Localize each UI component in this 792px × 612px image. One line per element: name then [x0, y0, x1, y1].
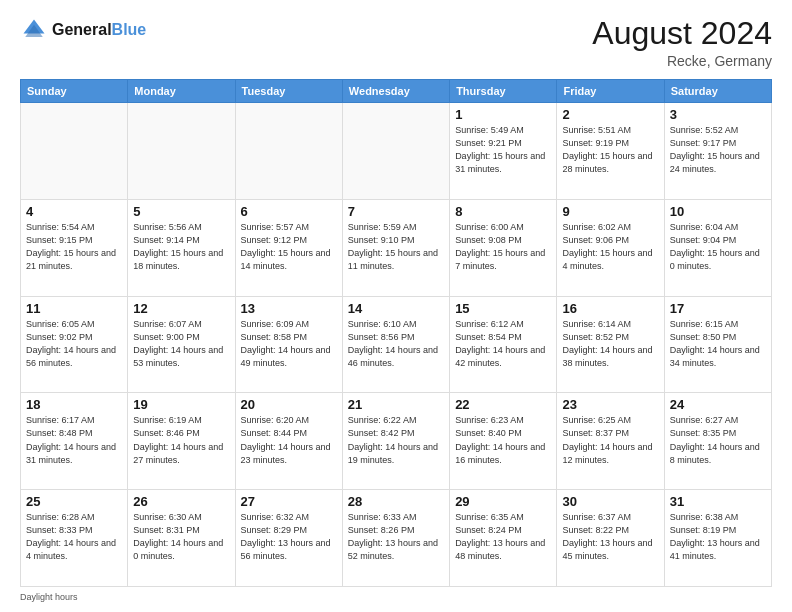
day-info: Sunrise: 6:00 AM Sunset: 9:08 PM Dayligh…: [455, 221, 551, 273]
day-info: Sunrise: 6:15 AM Sunset: 8:50 PM Dayligh…: [670, 318, 766, 370]
day-info: Sunrise: 6:35 AM Sunset: 8:24 PM Dayligh…: [455, 511, 551, 563]
col-monday: Monday: [128, 80, 235, 103]
logo-text: GeneralBlue: [52, 21, 146, 39]
day-info: Sunrise: 5:52 AM Sunset: 9:17 PM Dayligh…: [670, 124, 766, 176]
logo-icon: [20, 16, 48, 44]
day-number: 27: [241, 494, 337, 509]
day-info: Sunrise: 6:28 AM Sunset: 8:33 PM Dayligh…: [26, 511, 122, 563]
footer-text: Daylight hours: [20, 592, 78, 602]
day-number: 3: [670, 107, 766, 122]
day-number: 4: [26, 204, 122, 219]
header: GeneralBlue August 2024 Recke, Germany: [20, 16, 772, 69]
day-info: Sunrise: 6:02 AM Sunset: 9:06 PM Dayligh…: [562, 221, 658, 273]
day-info: Sunrise: 6:09 AM Sunset: 8:58 PM Dayligh…: [241, 318, 337, 370]
day-info: Sunrise: 5:49 AM Sunset: 9:21 PM Dayligh…: [455, 124, 551, 176]
day-info: Sunrise: 6:10 AM Sunset: 8:56 PM Dayligh…: [348, 318, 444, 370]
calendar-cell: 27Sunrise: 6:32 AM Sunset: 8:29 PM Dayli…: [235, 490, 342, 587]
day-number: 25: [26, 494, 122, 509]
day-number: 31: [670, 494, 766, 509]
col-thursday: Thursday: [450, 80, 557, 103]
calendar-cell: 8Sunrise: 6:00 AM Sunset: 9:08 PM Daylig…: [450, 199, 557, 296]
calendar-cell: 9Sunrise: 6:02 AM Sunset: 9:06 PM Daylig…: [557, 199, 664, 296]
day-number: 7: [348, 204, 444, 219]
day-number: 14: [348, 301, 444, 316]
day-number: 2: [562, 107, 658, 122]
day-number: 28: [348, 494, 444, 509]
footer: Daylight hours: [20, 592, 772, 602]
calendar-cell: 12Sunrise: 6:07 AM Sunset: 9:00 PM Dayli…: [128, 296, 235, 393]
month-title: August 2024: [592, 16, 772, 51]
calendar-cell: 1Sunrise: 5:49 AM Sunset: 9:21 PM Daylig…: [450, 103, 557, 200]
calendar-cell: 10Sunrise: 6:04 AM Sunset: 9:04 PM Dayli…: [664, 199, 771, 296]
day-info: Sunrise: 6:30 AM Sunset: 8:31 PM Dayligh…: [133, 511, 229, 563]
day-info: Sunrise: 6:22 AM Sunset: 8:42 PM Dayligh…: [348, 414, 444, 466]
day-info: Sunrise: 6:20 AM Sunset: 8:44 PM Dayligh…: [241, 414, 337, 466]
day-info: Sunrise: 5:59 AM Sunset: 9:10 PM Dayligh…: [348, 221, 444, 273]
day-number: 9: [562, 204, 658, 219]
day-number: 12: [133, 301, 229, 316]
calendar-week-3: 11Sunrise: 6:05 AM Sunset: 9:02 PM Dayli…: [21, 296, 772, 393]
calendar-week-1: 1Sunrise: 5:49 AM Sunset: 9:21 PM Daylig…: [21, 103, 772, 200]
calendar-week-4: 18Sunrise: 6:17 AM Sunset: 8:48 PM Dayli…: [21, 393, 772, 490]
calendar-cell: [128, 103, 235, 200]
day-info: Sunrise: 6:07 AM Sunset: 9:00 PM Dayligh…: [133, 318, 229, 370]
calendar-cell: 6Sunrise: 5:57 AM Sunset: 9:12 PM Daylig…: [235, 199, 342, 296]
calendar-cell: 19Sunrise: 6:19 AM Sunset: 8:46 PM Dayli…: [128, 393, 235, 490]
day-number: 19: [133, 397, 229, 412]
day-info: Sunrise: 6:33 AM Sunset: 8:26 PM Dayligh…: [348, 511, 444, 563]
day-number: 17: [670, 301, 766, 316]
day-number: 20: [241, 397, 337, 412]
col-friday: Friday: [557, 80, 664, 103]
calendar-table: Sunday Monday Tuesday Wednesday Thursday…: [20, 79, 772, 587]
day-number: 30: [562, 494, 658, 509]
day-info: Sunrise: 6:25 AM Sunset: 8:37 PM Dayligh…: [562, 414, 658, 466]
calendar-cell: 16Sunrise: 6:14 AM Sunset: 8:52 PM Dayli…: [557, 296, 664, 393]
day-info: Sunrise: 5:57 AM Sunset: 9:12 PM Dayligh…: [241, 221, 337, 273]
calendar-cell: 31Sunrise: 6:38 AM Sunset: 8:19 PM Dayli…: [664, 490, 771, 587]
day-info: Sunrise: 5:51 AM Sunset: 9:19 PM Dayligh…: [562, 124, 658, 176]
day-number: 15: [455, 301, 551, 316]
calendar-cell: 14Sunrise: 6:10 AM Sunset: 8:56 PM Dayli…: [342, 296, 449, 393]
title-block: August 2024 Recke, Germany: [592, 16, 772, 69]
day-info: Sunrise: 6:32 AM Sunset: 8:29 PM Dayligh…: [241, 511, 337, 563]
calendar-cell: 13Sunrise: 6:09 AM Sunset: 8:58 PM Dayli…: [235, 296, 342, 393]
day-number: 6: [241, 204, 337, 219]
day-info: Sunrise: 6:04 AM Sunset: 9:04 PM Dayligh…: [670, 221, 766, 273]
day-number: 23: [562, 397, 658, 412]
calendar-cell: 20Sunrise: 6:20 AM Sunset: 8:44 PM Dayli…: [235, 393, 342, 490]
day-number: 29: [455, 494, 551, 509]
calendar-cell: 26Sunrise: 6:30 AM Sunset: 8:31 PM Dayli…: [128, 490, 235, 587]
day-number: 21: [348, 397, 444, 412]
calendar-cell: [235, 103, 342, 200]
calendar-cell: 18Sunrise: 6:17 AM Sunset: 8:48 PM Dayli…: [21, 393, 128, 490]
day-info: Sunrise: 6:38 AM Sunset: 8:19 PM Dayligh…: [670, 511, 766, 563]
calendar-cell: 24Sunrise: 6:27 AM Sunset: 8:35 PM Dayli…: [664, 393, 771, 490]
calendar-cell: 2Sunrise: 5:51 AM Sunset: 9:19 PM Daylig…: [557, 103, 664, 200]
day-info: Sunrise: 5:54 AM Sunset: 9:15 PM Dayligh…: [26, 221, 122, 273]
calendar-cell: 23Sunrise: 6:25 AM Sunset: 8:37 PM Dayli…: [557, 393, 664, 490]
day-number: 5: [133, 204, 229, 219]
day-number: 8: [455, 204, 551, 219]
day-number: 10: [670, 204, 766, 219]
calendar-cell: 15Sunrise: 6:12 AM Sunset: 8:54 PM Dayli…: [450, 296, 557, 393]
day-info: Sunrise: 6:14 AM Sunset: 8:52 PM Dayligh…: [562, 318, 658, 370]
location: Recke, Germany: [592, 53, 772, 69]
logo: GeneralBlue: [20, 16, 146, 44]
calendar-cell: 25Sunrise: 6:28 AM Sunset: 8:33 PM Dayli…: [21, 490, 128, 587]
day-info: Sunrise: 6:27 AM Sunset: 8:35 PM Dayligh…: [670, 414, 766, 466]
day-info: Sunrise: 6:12 AM Sunset: 8:54 PM Dayligh…: [455, 318, 551, 370]
col-wednesday: Wednesday: [342, 80, 449, 103]
calendar-cell: 7Sunrise: 5:59 AM Sunset: 9:10 PM Daylig…: [342, 199, 449, 296]
col-sunday: Sunday: [21, 80, 128, 103]
calendar-cell: 17Sunrise: 6:15 AM Sunset: 8:50 PM Dayli…: [664, 296, 771, 393]
col-tuesday: Tuesday: [235, 80, 342, 103]
calendar-cell: 30Sunrise: 6:37 AM Sunset: 8:22 PM Dayli…: [557, 490, 664, 587]
day-number: 1: [455, 107, 551, 122]
calendar-cell: [21, 103, 128, 200]
day-info: Sunrise: 6:19 AM Sunset: 8:46 PM Dayligh…: [133, 414, 229, 466]
calendar-cell: 4Sunrise: 5:54 AM Sunset: 9:15 PM Daylig…: [21, 199, 128, 296]
calendar-cell: 22Sunrise: 6:23 AM Sunset: 8:40 PM Dayli…: [450, 393, 557, 490]
day-number: 11: [26, 301, 122, 316]
day-number: 13: [241, 301, 337, 316]
calendar-header-row: Sunday Monday Tuesday Wednesday Thursday…: [21, 80, 772, 103]
